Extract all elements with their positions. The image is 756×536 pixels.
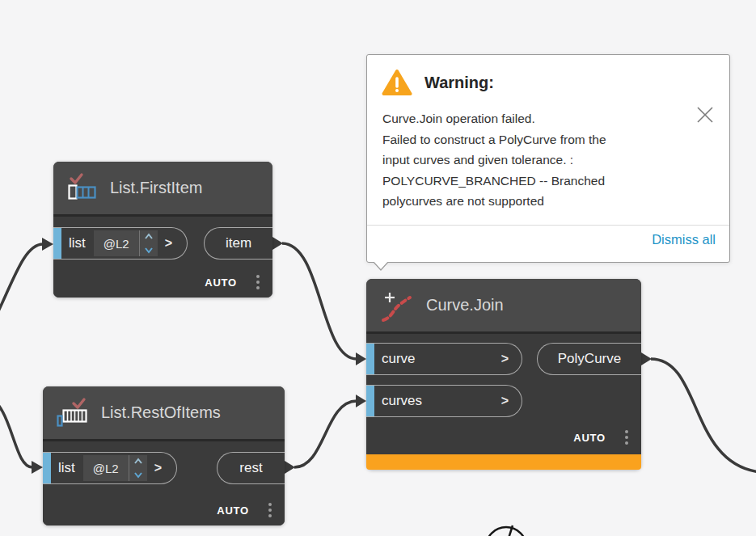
chevron-up-icon[interactable] xyxy=(133,458,143,466)
output-port-item[interactable]: item xyxy=(204,227,272,260)
level-value: @L2 xyxy=(83,455,129,481)
popup-tail xyxy=(373,262,389,272)
port-accent-bar xyxy=(366,344,374,374)
curve-join-icon xyxy=(379,288,413,323)
port-accent-bar xyxy=(53,228,61,259)
port-expander[interactable]: > xyxy=(165,236,172,251)
node-title: List.FirstItem xyxy=(110,179,202,197)
lacing-mode-label[interactable]: AUTO xyxy=(205,276,237,289)
output-port-polycurve[interactable]: PolyCurve xyxy=(537,343,641,375)
warning-icon xyxy=(382,69,412,96)
dismiss-all-link[interactable]: Dismiss all xyxy=(652,232,716,247)
list-level-control[interactable]: @L2 xyxy=(83,455,147,481)
warning-popup: Warning: Curve.Join operation failed. Fa… xyxy=(366,54,730,263)
lacing-mode-label[interactable]: AUTO xyxy=(217,504,249,517)
input-port-curves[interactable]: curves > xyxy=(366,385,522,417)
chevron-down-icon[interactable] xyxy=(144,246,154,254)
node-curve-join[interactable]: Curve.Join curve > curves > PolyCurve AU… xyxy=(366,279,641,470)
port-label: curve xyxy=(382,351,416,367)
origin-marker-icon xyxy=(486,525,526,536)
lacing-mode-label[interactable]: AUTO xyxy=(573,432,606,444)
kebab-menu-icon[interactable] xyxy=(267,501,273,519)
list-first-item-icon xyxy=(66,172,97,205)
node-header[interactable]: List.RestOfItems xyxy=(43,386,285,441)
port-label: item xyxy=(226,235,251,251)
kebab-menu-icon[interactable] xyxy=(623,428,630,446)
port-accent-bar xyxy=(366,386,374,416)
level-value: @L2 xyxy=(94,230,139,256)
warning-title: Warning: xyxy=(424,74,494,92)
port-expander[interactable]: > xyxy=(154,461,162,475)
wire-into-restofitems-list[interactable] xyxy=(0,395,43,474)
input-port-curve[interactable]: curve > xyxy=(366,343,522,375)
node-title: List.RestOfItems xyxy=(101,403,221,422)
node-warning-state-bar xyxy=(366,454,641,470)
warning-message: Curve.Join operation failed. Failed to c… xyxy=(382,108,606,212)
input-port-list[interactable]: list @L2 > xyxy=(43,452,177,484)
chevron-up-icon[interactable] xyxy=(144,233,154,241)
port-label: list xyxy=(69,235,86,251)
port-accent-bar xyxy=(43,453,51,483)
node-list-rest-of-items[interactable]: List.RestOfItems list @L2 > rest xyxy=(43,386,285,525)
port-expander[interactable]: > xyxy=(501,352,509,366)
output-port-rest[interactable]: rest xyxy=(217,452,285,484)
port-label: list xyxy=(58,460,75,476)
node-list-first-item[interactable]: List.FirstItem list @L2 > item xyxy=(53,162,272,298)
wire-into-firstitem-list[interactable] xyxy=(0,238,53,349)
popup-divider xyxy=(367,225,729,226)
node-title: Curve.Join xyxy=(426,296,504,314)
node-graph-canvas[interactable]: List.FirstItem list @L2 > item xyxy=(0,0,756,536)
list-level-control[interactable]: @L2 xyxy=(94,230,158,256)
port-label: rest xyxy=(239,460,262,476)
wire-item-to-curve[interactable] xyxy=(272,237,366,365)
chevron-down-icon[interactable] xyxy=(133,471,143,479)
kebab-menu-icon[interactable] xyxy=(255,273,261,291)
wire-rest-to-curves[interactable] xyxy=(285,395,366,474)
wire-polycurve-out[interactable] xyxy=(641,352,756,472)
node-header[interactable]: Curve.Join xyxy=(366,279,641,334)
node-header[interactable]: List.FirstItem xyxy=(53,162,272,217)
list-rest-of-items-icon xyxy=(56,397,88,429)
port-expander[interactable]: > xyxy=(501,394,509,408)
port-label: PolyCurve xyxy=(558,351,621,367)
input-port-list[interactable]: list @L2 > xyxy=(53,227,188,260)
port-label: curves xyxy=(382,393,422,409)
close-icon[interactable] xyxy=(696,106,714,124)
